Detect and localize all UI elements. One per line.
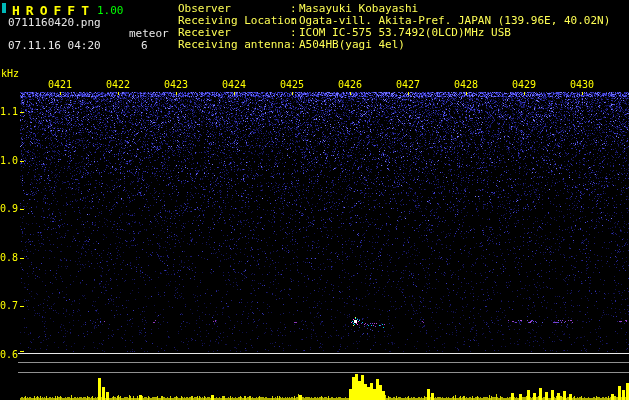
time-label: 0423: [161, 80, 191, 90]
time-label: 0426: [335, 80, 365, 90]
time-label: 0427: [393, 80, 423, 90]
logo-mark-icon: [2, 3, 6, 13]
freq-label: 0.8: [0, 253, 17, 263]
info-row-antenna: Receiving antenna:A504HB(yagi 4el): [178, 39, 610, 51]
freq-label: 1.0: [0, 156, 17, 166]
mode-label: meteor: [129, 28, 169, 39]
info-value: A504HB(yagi 4el): [299, 38, 405, 51]
station-info: Observer:Masayuki Kobayashi Receiving Lo…: [178, 3, 610, 51]
hrofft-screenshot: HROFFT 1.00 0711160420.png meteor 07.11.…: [0, 0, 629, 400]
freq-label: 0.6: [0, 350, 17, 360]
freq-label: 0.7: [0, 301, 17, 311]
freq-axis-unit: kHz: [1, 69, 19, 79]
freq-label: 1.1: [0, 107, 17, 117]
spectrogram-canvas: [0, 0, 629, 400]
observation-datetime: 07.11.16 04:20: [8, 40, 101, 51]
meteor-count: 6: [141, 40, 148, 51]
time-label: 0424: [219, 80, 249, 90]
freq-label: 0.9: [0, 204, 17, 214]
info-label: Receiving antenna: [178, 39, 290, 51]
output-filename: 0711160420.png: [8, 17, 101, 28]
time-label: 0421: [45, 80, 75, 90]
info-separator: :: [290, 39, 299, 51]
app-version: 1.00: [97, 5, 124, 16]
time-label: 0428: [451, 80, 481, 90]
time-label: 0430: [567, 80, 597, 90]
time-label: 0422: [103, 80, 133, 90]
time-label: 0425: [277, 80, 307, 90]
time-label: 0429: [509, 80, 539, 90]
